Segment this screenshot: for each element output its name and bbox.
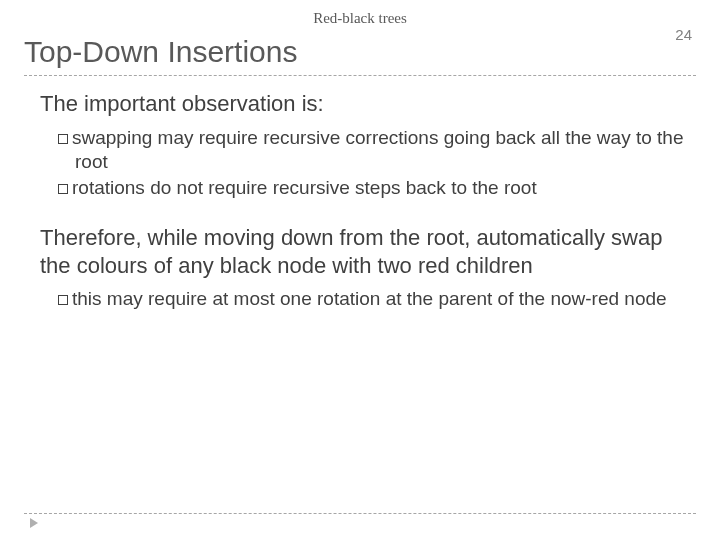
list-item: rotations do not require recursive steps… xyxy=(58,176,696,200)
paragraph-2: Therefore, while moving down from the ro… xyxy=(40,224,696,279)
checkbox-icon xyxy=(58,134,68,144)
footer-divider xyxy=(24,513,696,514)
bullet-text: this may require at most one rotation at… xyxy=(72,288,667,309)
list-item: this may require at most one rotation at… xyxy=(58,287,696,311)
slide-content: The important observation is: swapping m… xyxy=(24,90,696,312)
page-number: 24 xyxy=(675,26,692,43)
slide: Red-black trees 24 Top-Down Insertions T… xyxy=(0,0,720,540)
list-item: swapping may require recursive correctio… xyxy=(58,126,696,175)
slide-title: Top-Down Insertions xyxy=(24,35,696,69)
checkbox-icon xyxy=(58,295,68,305)
bullet-group-2: this may require at most one rotation at… xyxy=(40,287,696,311)
bullet-text: rotations do not require recursive steps… xyxy=(72,177,537,198)
bullet-group-1: swapping may require recursive correctio… xyxy=(40,126,696,201)
title-divider xyxy=(24,75,696,76)
checkbox-icon xyxy=(58,184,68,194)
footer-arrow-icon xyxy=(30,518,38,528)
topic-label: Red-black trees xyxy=(24,10,696,27)
paragraph-1: The important observation is: xyxy=(40,90,696,118)
bullet-text: swapping may require recursive correctio… xyxy=(72,127,683,172)
